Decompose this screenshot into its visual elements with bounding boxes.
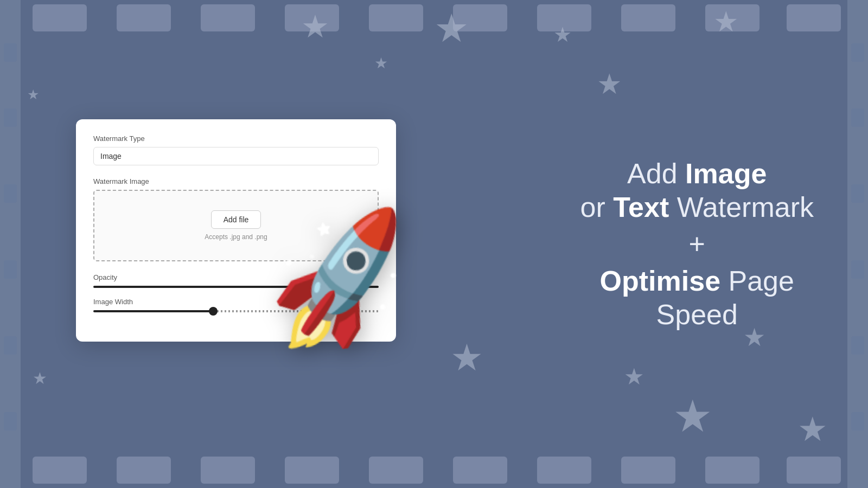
deco-rect (33, 457, 87, 484)
deco-rect (705, 457, 760, 484)
promo-line1-prefix: Add (627, 158, 685, 189)
add-file-button[interactable]: Add file (105, 210, 367, 233)
perforation (4, 184, 17, 203)
deco-rect (201, 4, 255, 31)
opacity-label: Opacity (93, 273, 379, 281)
left-edge-bar (0, 0, 21, 488)
deco-rect (787, 457, 841, 484)
right-edge-bar (847, 0, 868, 488)
promo-line1-bold: Image (685, 158, 767, 189)
star-decoration: ★ (301, 8, 329, 45)
promo-line2-prefix: or (580, 191, 613, 223)
image-width-label: Image Width (93, 298, 379, 306)
star-decoration: ★ (33, 369, 47, 388)
promo-plus: + (580, 224, 814, 264)
deco-rect (33, 4, 87, 31)
star-decoration: ★ (450, 336, 483, 379)
image-width-section: Image Width (93, 298, 379, 312)
perforation (851, 43, 864, 62)
promo-line1: Add Image (580, 157, 814, 190)
star-decoration: ★ (624, 363, 644, 390)
slider-empty-portion (213, 310, 379, 312)
star-decoration: ★ (27, 87, 39, 102)
star-decoration: ★ (713, 5, 739, 38)
promo-line3-bold: Optimise (600, 265, 721, 296)
perforation (851, 260, 864, 279)
star-decoration: ★ (434, 5, 469, 51)
opacity-section: Opacity (93, 273, 379, 288)
perforation (851, 412, 864, 431)
perforation (4, 412, 17, 431)
star-decoration: ★ (797, 409, 828, 449)
perforation (4, 260, 17, 279)
promo-line3-suffix: Page (720, 265, 794, 296)
star-decoration: ★ (597, 68, 622, 100)
deco-rect (201, 457, 255, 484)
promo-line2-suffix: Watermark (669, 191, 814, 223)
deco-rect (285, 457, 339, 484)
promo-line4: Speed (580, 298, 814, 331)
promo-line2: or Text Watermark (580, 190, 814, 224)
promo-text: Add Image or Text Watermark + Optimise P… (580, 157, 814, 331)
deco-rect (621, 4, 675, 31)
deco-rect (537, 457, 591, 484)
watermark-type-select[interactable]: Image Text (93, 147, 379, 165)
watermark-panel: Watermark Type Image Text Watermark Imag… (76, 119, 396, 342)
watermark-image-label: Watermark Image (93, 177, 379, 185)
image-width-slider-track[interactable] (93, 310, 379, 312)
perforation (851, 108, 864, 127)
promo-line2-bold: Text (613, 191, 669, 223)
add-file-btn[interactable]: Add file (211, 210, 261, 229)
perforation (4, 43, 17, 62)
deco-rect (621, 457, 675, 484)
deco-rect (369, 457, 423, 484)
deco-rect (453, 457, 507, 484)
deco-rect (117, 457, 171, 484)
star-decoration: ★ (673, 390, 713, 442)
perforation (851, 184, 864, 203)
upload-accepts-hint: Accepts .jpg and .png (105, 233, 367, 241)
star-decoration: ★ (374, 54, 388, 72)
upload-zone[interactable]: Add file Accepts .jpg and .png (93, 190, 379, 261)
slider-filled-portion (93, 310, 213, 312)
deco-rect (369, 4, 423, 31)
perforation (4, 336, 17, 355)
deco-rect (117, 4, 171, 31)
deco-rect (787, 4, 841, 31)
opacity-slider-track[interactable] (93, 286, 379, 288)
watermark-type-label: Watermark Type (93, 134, 379, 143)
perforation (851, 336, 864, 355)
star-decoration: ★ (553, 23, 572, 47)
slider-thumb[interactable] (209, 307, 218, 316)
perforation (4, 108, 17, 127)
promo-line3: Optimise Page (580, 264, 814, 297)
